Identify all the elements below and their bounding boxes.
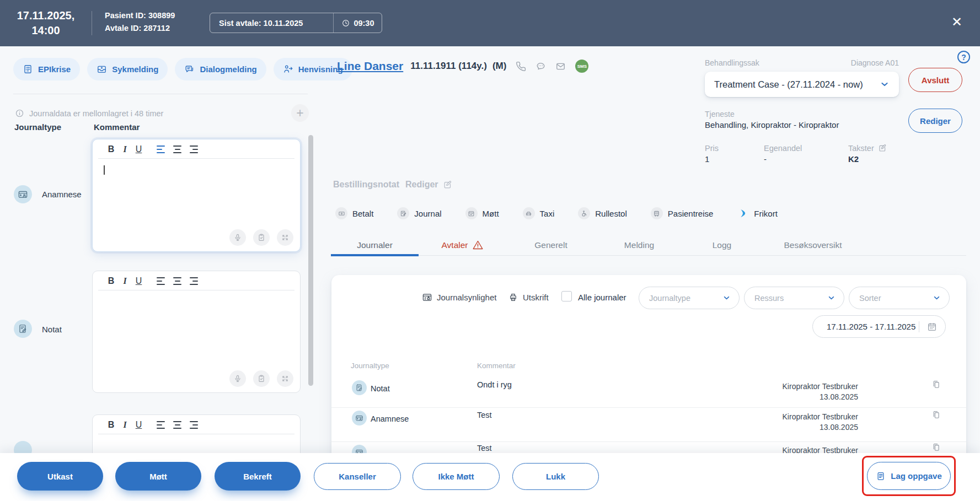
status-flag-mott[interactable]: Møtt — [465, 207, 499, 219]
copy-icon[interactable] — [931, 380, 941, 389]
bold-button[interactable]: B — [104, 276, 118, 286]
italic-button[interactable]: I — [118, 276, 132, 286]
dictate-button[interactable] — [229, 229, 246, 246]
rediger-button[interactable]: Rediger — [908, 109, 962, 133]
sykmelding-button[interactable]: Sykmelding — [87, 58, 168, 80]
sorter-dropdown[interactable]: Sorter — [849, 287, 950, 309]
bekreft-button[interactable]: Bekreft — [215, 462, 301, 491]
tab-melding[interactable]: Melding — [595, 236, 683, 254]
bold-button[interactable]: B — [104, 420, 118, 430]
tab-besoksoversikt[interactable]: Besøksoversikt — [761, 236, 865, 254]
underline-button[interactable]: U — [132, 276, 146, 286]
egenandel-value: - — [764, 154, 767, 164]
tab-avtaler[interactable]: Avtaler — [419, 236, 507, 254]
status-flag-betalt[interactable]: Betalt — [335, 207, 373, 219]
calendar-icon — [927, 322, 937, 332]
date-range-picker[interactable]: 17.11.2025 - 17.11.2025 — [812, 315, 946, 338]
anamnese-text-input[interactable] — [93, 159, 300, 271]
italic-button[interactable]: I — [118, 144, 132, 154]
journaltype-dropdown[interactable]: Journaltype — [639, 287, 740, 309]
align-right-button[interactable] — [190, 421, 198, 429]
status-flag-taxi[interactable]: Taxi — [523, 207, 555, 219]
close-icon[interactable]: ✕ — [951, 15, 962, 29]
expand-icon — [281, 374, 290, 383]
copy-icon[interactable] — [931, 443, 941, 452]
dialogmelding-button[interactable]: Dialogmelding — [175, 58, 266, 80]
status-flag-frikort[interactable]: Frikort — [737, 207, 778, 219]
last-appointment-box: Sist avtale: 10.11.2025 09:30 — [210, 13, 382, 33]
left-panel-divider — [13, 94, 308, 94]
align-center-button[interactable] — [173, 421, 181, 429]
copy-icon[interactable] — [931, 410, 941, 419]
print-button[interactable]: Utskrift — [508, 292, 549, 303]
notat-text-input[interactable] — [93, 290, 300, 412]
lag-oppgave-button[interactable]: Lag oppgave — [867, 462, 951, 490]
notat-type-label: Notat — [42, 325, 62, 334]
template-button[interactable] — [253, 229, 270, 246]
align-left-button[interactable] — [157, 421, 165, 429]
action-footer: Utkast Møtt Bekreft Kanseller Ikke Møtt … — [0, 453, 980, 501]
underline-button[interactable]: U — [132, 144, 146, 154]
tab-logg[interactable]: Logg — [683, 236, 761, 254]
wheelchair-icon — [578, 207, 590, 219]
takster-edit-icon[interactable] — [878, 144, 887, 153]
note-pencil-icon — [18, 324, 28, 334]
dictate-button[interactable] — [229, 370, 246, 387]
treatment-case-select[interactable]: Treatment Case - (27.11.2024 - now) — [705, 72, 899, 97]
email-icon[interactable] — [555, 61, 566, 72]
list-header-journaltype: Journaltype — [351, 362, 389, 370]
booking-note-row: Bestillingsnotat Rediger — [333, 180, 452, 190]
lukk-button[interactable]: Lukk — [512, 463, 599, 490]
takster-label: Takster — [848, 144, 887, 153]
appointment-id: Avtale ID: 287112 — [105, 22, 175, 35]
journal-visibility-toggle[interactable]: Journalsynlighet — [422, 292, 496, 303]
kanseller-button[interactable]: Kanseller — [314, 463, 401, 490]
column-header-kommentar: Kommentar — [94, 122, 140, 132]
template-button[interactable] — [253, 370, 270, 387]
topbar-divider — [92, 11, 92, 35]
anamnese-editor-card: B I U — [92, 139, 301, 252]
italic-button[interactable]: I — [118, 420, 132, 430]
patient-header: Line Danser 11.11.1911 (114y.) (M) SMS — [337, 60, 588, 73]
status-flag-rullestol[interactable]: Rullestol — [578, 207, 627, 219]
phone-icon[interactable] — [516, 61, 526, 72]
align-left-button[interactable] — [157, 146, 165, 154]
patient-name-link[interactable]: Line Danser — [337, 60, 403, 73]
booking-note-edit-button[interactable]: Rediger — [405, 180, 452, 190]
chevron-down-icon — [932, 293, 941, 303]
align-center-button[interactable] — [173, 146, 181, 154]
expand-editor-button[interactable] — [277, 229, 293, 246]
ikke-mott-button[interactable]: Ikke Møtt — [413, 463, 500, 490]
takster-value: K2 — [848, 154, 859, 164]
align-right-button[interactable] — [190, 146, 198, 154]
align-left-button[interactable] — [157, 277, 165, 285]
utkast-button[interactable]: Utkast — [17, 462, 103, 491]
all-journals-checkbox[interactable] — [561, 291, 572, 301]
treatment-case-panel: Behandlingssak Diagnose A01 Treatment Ca… — [705, 58, 968, 169]
ressurs-dropdown[interactable]: Ressurs — [744, 287, 844, 309]
notat-row-icon — [352, 380, 367, 395]
status-flag-pasientreise[interactable]: Pasientreise — [651, 207, 714, 219]
document-icon — [876, 471, 886, 481]
diagnose-label: Diagnose A01 — [851, 58, 899, 67]
tab-generelt[interactable]: Generelt — [507, 236, 595, 254]
mott-button[interactable]: Møtt — [115, 462, 201, 491]
status-flag-journal[interactable]: Journal — [397, 207, 441, 219]
expand-editor-button[interactable] — [277, 370, 293, 387]
active-tab-indicator — [331, 254, 419, 256]
frikort-icon — [737, 207, 749, 219]
editor-scrollbar[interactable] — [308, 135, 313, 386]
align-right-button[interactable] — [190, 277, 198, 285]
tjeneste-value: Behandling, Kiropraktor - Kiropraktor — [705, 120, 839, 130]
chevron-down-icon — [827, 293, 836, 303]
sms-bubble-icon[interactable] — [535, 61, 546, 72]
tab-journaler[interactable]: Journaler — [331, 236, 419, 254]
underline-button[interactable]: U — [132, 420, 146, 430]
pris-label: Pris — [705, 144, 719, 153]
align-center-button[interactable] — [173, 277, 181, 285]
add-journal-button[interactable]: + — [291, 104, 309, 122]
epikrise-button[interactable]: EPIkrise — [13, 58, 80, 80]
bold-button[interactable]: B — [104, 144, 118, 154]
avslutt-button[interactable]: Avslutt — [908, 68, 962, 92]
editor-toolbar: B I U — [98, 139, 294, 159]
